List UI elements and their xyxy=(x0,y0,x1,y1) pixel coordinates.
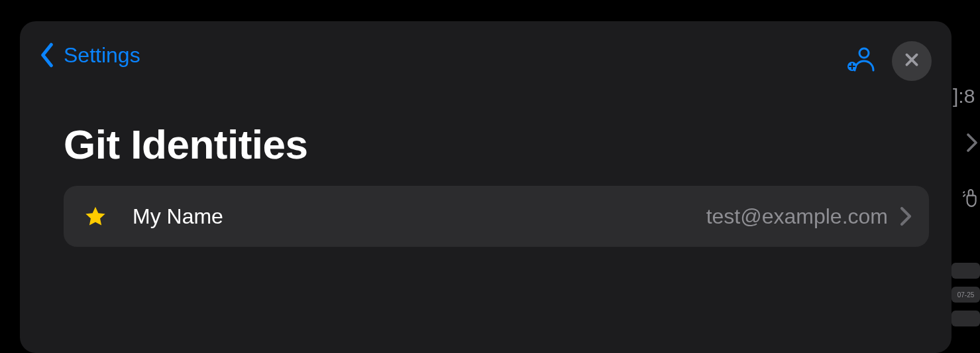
identity-name: My Name xyxy=(133,204,706,229)
back-label: Settings xyxy=(64,43,140,68)
svg-point-0 xyxy=(859,48,869,58)
page-title: Git Identities xyxy=(64,121,307,168)
chevron-left-icon xyxy=(40,42,54,68)
add-identity-button[interactable] xyxy=(842,41,881,81)
close-sheet-button[interactable] xyxy=(892,41,932,81)
chevron-right-icon xyxy=(900,206,912,226)
settings-sheet: Settings Git Identities xyxy=(20,21,952,353)
back-to-settings-button[interactable]: Settings xyxy=(40,42,140,68)
identities-list: My Name test@example.com xyxy=(64,186,929,247)
identity-email: test@example.com xyxy=(706,204,888,229)
sheet-top-bar: Settings xyxy=(20,21,952,81)
person-add-icon xyxy=(845,44,877,78)
background-pill: 07-25 xyxy=(952,287,980,303)
background-pill xyxy=(952,311,980,326)
close-icon xyxy=(903,51,920,71)
background-pill xyxy=(952,263,980,279)
chevron-right-icon xyxy=(966,133,978,155)
touch-icon xyxy=(962,187,979,212)
background-port-fragment: ]:8 xyxy=(953,85,975,107)
identity-row[interactable]: My Name test@example.com xyxy=(64,186,929,247)
star-icon xyxy=(83,204,107,228)
